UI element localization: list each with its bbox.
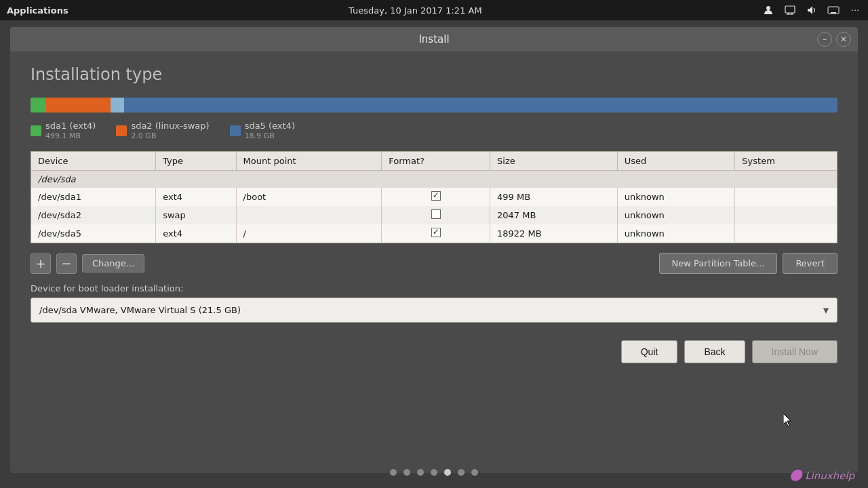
minimize-button[interactable]: –	[817, 32, 832, 47]
col-device: Device	[31, 152, 156, 171]
window-titlebar: Install – ✕	[10, 27, 858, 52]
col-type: Type	[156, 152, 236, 171]
main-content: Installation type sda1 (ext4) 499.1 MB s…	[10, 52, 858, 473]
cell-system-sda5	[735, 224, 837, 243]
checkbox-sda5[interactable]	[431, 228, 441, 237]
group-label: /dev/sda	[31, 171, 837, 188]
dot-3[interactable]	[417, 469, 424, 476]
partition-table: Device Type Mount point Format? Size Use…	[31, 151, 837, 243]
legend-swatch-sda5	[230, 125, 241, 136]
cell-system-sda2	[735, 206, 837, 224]
bottom-buttons: Quit Back Install Now	[31, 333, 837, 367]
window-title: Install	[418, 33, 449, 45]
partition-bar	[31, 98, 837, 113]
right-toolbar-buttons: New Partition Table... Revert	[659, 253, 837, 274]
datetime: Tuesday, 10 Jan 2017 1:21 AM	[349, 5, 482, 16]
col-mount: Mount point	[236, 152, 382, 171]
linuxhelp-logo: ● Linuxhelp	[789, 466, 854, 483]
user-icon[interactable]	[762, 4, 774, 16]
checkbox-sda1[interactable]	[431, 191, 441, 201]
cell-used-sda2: unknown	[617, 206, 735, 224]
legend-label-sda1: sda1 (ext4) 499.1 MB	[45, 121, 96, 140]
cell-mount-sda5: /	[236, 224, 382, 243]
cell-device-sda1: /dev/sda1	[31, 188, 156, 206]
back-button[interactable]: Back	[684, 340, 745, 363]
cell-size-sda2: 2047 MB	[490, 206, 618, 224]
col-system: System	[735, 152, 837, 171]
cell-mount-sda2	[236, 206, 382, 224]
window-controls: – ✕	[817, 32, 851, 47]
display-icon[interactable]	[784, 4, 796, 16]
topbar: Applications Tuesday, 10 Jan 2017 1:21 A…	[0, 0, 868, 20]
partition-toolbar: + − Change... New Partition Table... Rev…	[31, 253, 837, 274]
table-group-row[interactable]: /dev/sda	[31, 171, 837, 188]
table-row[interactable]: /dev/sda2 swap 2047 MB unknown	[31, 206, 837, 224]
cell-system-sda1	[735, 188, 837, 206]
legend-sda2: sda2 (linux-swap) 2.0 GB	[116, 121, 209, 140]
svg-point-0	[766, 6, 770, 10]
legend-sda1: sda1 (ext4) 499.1 MB	[31, 121, 96, 140]
dot-1[interactable]	[390, 469, 397, 476]
install-window: Install – ✕ Installation type sda1 (ext4…	[10, 27, 858, 473]
partition-bar-sda5	[124, 98, 837, 113]
cell-used-sda1: unknown	[617, 188, 735, 206]
dot-navigation	[390, 469, 478, 476]
table-row[interactable]: /dev/sda1 ext4 /boot 499 MB unknown	[31, 188, 837, 206]
dot-5[interactable]	[444, 469, 451, 476]
bootloader-section: Device for boot loader installation: /de…	[31, 283, 837, 323]
col-used: Used	[617, 152, 735, 171]
bootloader-value: /dev/sda VMware, VMware Virtual S (21.5 …	[39, 305, 241, 315]
chevron-down-icon: ▾	[823, 304, 829, 317]
legend-label-sda5: sda5 (ext4) 18.9 GB	[245, 121, 295, 140]
col-format: Format?	[382, 152, 490, 171]
cell-size-sda5: 18922 MB	[490, 224, 618, 243]
cell-format-sda1[interactable]	[382, 188, 490, 206]
legend-sda5: sda5 (ext4) 18.9 GB	[230, 121, 295, 140]
dot-4[interactable]	[431, 469, 437, 476]
more-icon[interactable]: ···	[849, 4, 861, 16]
revert-button[interactable]: Revert	[783, 253, 837, 274]
cell-type-sda5: ext4	[156, 224, 236, 243]
dot-6[interactable]	[458, 469, 465, 476]
sound-icon[interactable]	[806, 4, 818, 16]
page-title: Installation type	[31, 65, 837, 84]
checkbox-sda2[interactable]	[431, 209, 441, 219]
cell-used-sda5: unknown	[617, 224, 735, 243]
bootloader-label: Device for boot loader installation:	[31, 283, 837, 293]
remove-partition-button[interactable]: −	[56, 253, 77, 274]
cell-type-sda1: ext4	[156, 188, 236, 206]
app-menu[interactable]: Applications	[7, 5, 68, 16]
quit-button[interactable]: Quit	[621, 340, 678, 363]
cell-mount-sda1: /boot	[236, 188, 382, 206]
col-size: Size	[490, 152, 618, 171]
partition-legend: sda1 (ext4) 499.1 MB sda2 (linux-swap) 2…	[31, 121, 837, 140]
partition-bar-sda1	[31, 98, 46, 113]
bootloader-dropdown[interactable]: /dev/sda VMware, VMware Virtual S (21.5 …	[31, 298, 837, 323]
table-row[interactable]: /dev/sda5 ext4 / 18922 MB unknown	[31, 224, 837, 243]
table-header-row: Device Type Mount point Format? Size Use…	[31, 152, 837, 171]
partition-bar-sda2	[46, 98, 111, 113]
change-partition-button[interactable]: Change...	[82, 254, 144, 272]
add-partition-button[interactable]: +	[31, 253, 51, 274]
close-button[interactable]: ✕	[836, 32, 851, 47]
legend-swatch-sda1	[31, 125, 41, 136]
dot-7[interactable]	[471, 469, 478, 476]
keyboard-icon[interactable]	[827, 4, 840, 16]
new-partition-table-button[interactable]: New Partition Table...	[659, 253, 778, 274]
legend-label-sda2: sda2 (linux-swap) 2.0 GB	[131, 121, 209, 140]
dot-2[interactable]	[403, 469, 410, 476]
legend-swatch-sda2	[116, 125, 127, 136]
svg-rect-1	[785, 6, 795, 13]
topbar-system-icons: ···	[762, 4, 861, 16]
cell-format-sda2[interactable]	[382, 206, 490, 224]
cell-format-sda5[interactable]	[382, 224, 490, 243]
install-now-button[interactable]: Install Now	[752, 340, 837, 363]
cell-size-sda1: 499 MB	[490, 188, 618, 206]
cell-type-sda2: swap	[156, 206, 236, 224]
partition-bar-gap	[111, 98, 124, 113]
cell-device-sda2: /dev/sda2	[31, 206, 156, 224]
cell-device-sda5: /dev/sda5	[31, 224, 156, 243]
